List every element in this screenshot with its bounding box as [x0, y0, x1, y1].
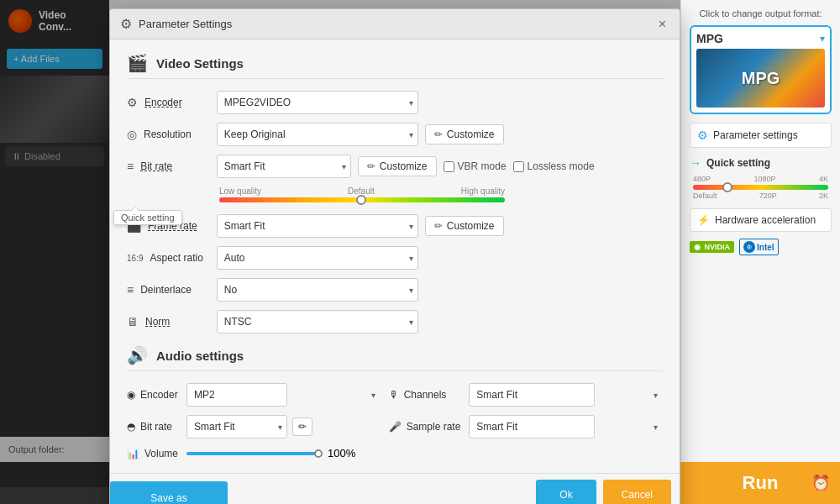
bitrate-control: Smart Fit ✏ Customize VBR mode Lossless … [217, 155, 663, 178]
bitrate-customize-icon: ✏ [367, 160, 375, 172]
fps-select[interactable]: Smart Fit [217, 214, 418, 238]
bitrate-label: ≡ Bit rate [127, 160, 203, 173]
format-box[interactable]: MPG ▾ MPG [690, 25, 832, 114]
audio-encoder-icon: ◉ [127, 389, 135, 401]
run-button[interactable]: Run ⏰ [680, 462, 840, 504]
volume-label: 📊 Volume [127, 448, 178, 459]
nvidia-badge[interactable]: ◉ NVIDIA [690, 241, 734, 253]
param-settings-icon: ⚙ [697, 129, 708, 142]
resolution-select-wrapper: Keep Original [217, 123, 418, 146]
aspect-select[interactable]: Auto [217, 246, 418, 270]
video-settings-grid: ⚙ Encoder MPEG2VIDEO ◎ Resolution Keep O… [127, 91, 663, 333]
param-settings-button[interactable]: ⚙ Parameter settings [690, 123, 832, 148]
norm-icon: 🖥 [127, 315, 139, 328]
quality-labels: Default 720P 2K [693, 192, 828, 200]
norm-label: 🖥 Norm [127, 315, 203, 328]
format-chevron-icon: ▾ [820, 33, 825, 45]
volume-thumb[interactable] [314, 449, 323, 458]
ok-button[interactable]: Ok [536, 480, 596, 505]
aspect-select-wrapper: Auto [217, 246, 418, 270]
bitrate-customize-button[interactable]: ✏ Customize [358, 156, 437, 176]
quality-track [693, 185, 828, 190]
resolution-control: Keep Original ✏ Customize [217, 123, 663, 146]
deinterlace-select-wrapper: No [217, 278, 418, 302]
volume-fill [186, 452, 321, 455]
quick-setting-icon: → [690, 156, 701, 170]
dialog-title-icon: ⚙ [120, 16, 132, 32]
resolution-customize-button[interactable]: ✏ Customize [425, 124, 504, 144]
audio-bitrate-edit-button[interactable]: ✏ [292, 417, 312, 436]
samplerate-icon: 🎤 [389, 421, 402, 433]
bitrate-select-wrapper: Smart Fit [217, 155, 351, 178]
deinterlace-label: ≡ Deinterlace [127, 283, 203, 297]
quality-slider-container: 480P 1080P 4K Default 720P 2K [690, 175, 832, 200]
channels-icon: 🎙 [389, 389, 399, 401]
norm-select-wrapper: NTSC [217, 310, 418, 333]
dialog-body: 🎬 Video Settings ⚙ Encoder MPEG2VIDEO ◎ [110, 39, 680, 473]
deinterlace-icon: ≡ [127, 283, 134, 297]
fps-customize-button[interactable]: ✏ Customize [425, 216, 504, 236]
audio-bitrate-label: ◓ Bit rate [127, 421, 178, 433]
nvidia-icon: ◉ [694, 243, 701, 251]
volume-value: 100% [328, 447, 355, 459]
audio-bitrate-select[interactable]: Smart Fit [186, 415, 287, 438]
quality-slider-thumb[interactable] [356, 195, 366, 205]
audio-settings-header: 🔊 Audio settings [127, 345, 663, 371]
encoder-control: MPEG2VIDEO [217, 91, 663, 114]
bitrate-icon: ≡ [127, 160, 134, 173]
resolution-icon: ◎ [127, 128, 137, 141]
deinterlace-select[interactable]: No [217, 278, 418, 302]
quick-setting-section: → Quick setting 480P 1080P 4K Default 72… [690, 156, 832, 200]
hw-accel-icon: ⚡ [697, 214, 710, 226]
norm-control: NTSC [217, 310, 663, 333]
format-thumbnail: MPG [696, 49, 825, 108]
encoder-label: ⚙ Encoder [127, 96, 203, 109]
audio-bitrate-select-wrapper: Smart Fit [186, 415, 287, 438]
audio-encoder-select-wrapper: MP2 [186, 383, 381, 407]
intel-badge[interactable]: ® Intel [739, 239, 779, 255]
audio-encoder-select[interactable]: MP2 [186, 383, 287, 407]
deinterlace-control: No [217, 278, 663, 302]
dialog-close-button[interactable]: × [655, 17, 669, 32]
lossless-mode-checkbox[interactable] [513, 161, 524, 172]
lossless-mode-checkbox-label[interactable]: Lossless mode [513, 160, 595, 172]
volume-track [186, 452, 321, 455]
aspect-label: 16:9 Aspect ratio [127, 252, 203, 264]
audio-grid: ◉ Encoder MP2 🎙 Channels Smart Fit [127, 383, 663, 459]
resolution-label: ◎ Resolution [127, 128, 203, 141]
cancel-button[interactable]: Cancel [603, 480, 671, 505]
right-panel: Click to change output format: MPG ▾ MPG… [680, 0, 840, 504]
video-settings-header: 🎬 Video Settings [127, 53, 663, 79]
resolution-select[interactable]: Keep Original [217, 123, 418, 146]
quality-marks: 480P 1080P 4K [693, 175, 828, 183]
encoder-select[interactable]: MPEG2VIDEO [217, 91, 418, 114]
quick-setting-label: → Quick setting [690, 156, 832, 170]
bitrate-select[interactable]: Smart Fit [217, 155, 351, 178]
hw-accel-button[interactable]: ⚡ Hardware acceleration [690, 208, 832, 232]
encoder-select-wrapper: MPEG2VIDEO [217, 91, 418, 114]
dialog-footer: Save as Ok Cancel [110, 473, 680, 504]
audio-section: 🔊 Audio settings ◉ Encoder MP2 🎙 Chann [127, 345, 663, 459]
samplerate-select-wrapper: Smart Fit [469, 415, 663, 438]
fps-control: Smart Fit ✏ Customize [217, 214, 663, 238]
format-name: MPG [696, 32, 723, 45]
quality-slider-track [219, 197, 505, 202]
dialog-titlebar: ⚙ Parameter Settings × [110, 9, 680, 39]
audio-bitrate-icon: ◓ [127, 421, 135, 433]
volume-control: 100% [186, 447, 381, 459]
customize-pencil-icon: ✏ [434, 129, 443, 140]
samplerate-select[interactable]: Smart Fit [469, 415, 595, 438]
bitrate-slider-row: Low quality Default High quality Quick s… [127, 186, 663, 206]
volume-icon: 📊 [127, 448, 139, 459]
vbr-mode-checkbox[interactable] [444, 161, 454, 172]
callout-arrow [131, 206, 139, 211]
vbr-mode-checkbox-label[interactable]: VBR mode [444, 160, 507, 172]
video-settings-icon: 🎬 [127, 53, 148, 73]
norm-select[interactable]: NTSC [217, 310, 418, 333]
aspect-control: Auto [217, 246, 663, 270]
channels-select[interactable]: Smart Fit [469, 383, 595, 407]
audio-encoder-label: ◉ Encoder [127, 389, 178, 401]
save-as-button[interactable]: Save as [110, 481, 228, 504]
audio-settings-icon: 🔊 [127, 345, 148, 365]
fps-select-wrapper: Smart Fit [217, 214, 418, 238]
